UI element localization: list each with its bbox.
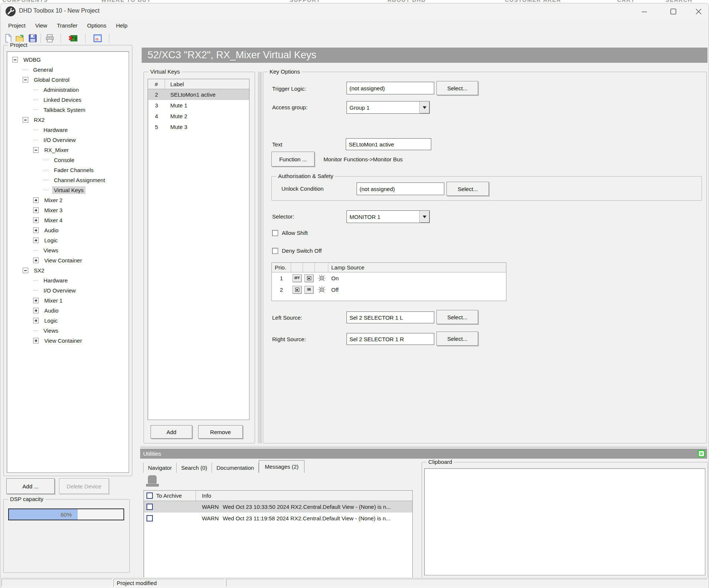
tree-item[interactable]: Views xyxy=(7,245,129,255)
menu-item-options[interactable]: Options xyxy=(82,21,111,30)
tab-navigator[interactable]: Navigator xyxy=(143,463,177,473)
function-button[interactable]: Function ... xyxy=(271,152,315,167)
menu-item-help[interactable]: Help xyxy=(111,21,132,30)
virtual-key-add-button[interactable]: Add xyxy=(151,425,192,439)
dropdown-arrow-icon[interactable] xyxy=(419,211,429,223)
expand-icon[interactable] xyxy=(33,318,39,323)
tree-item[interactable]: Logic xyxy=(7,316,129,326)
tree-item[interactable]: Linked Devices xyxy=(7,95,129,105)
to-archive-header-checkbox[interactable] xyxy=(146,492,153,499)
tree-item[interactable]: General xyxy=(7,65,129,75)
selector-dropdown[interactable]: MONITOR 1 xyxy=(347,210,430,223)
tree-item[interactable]: Virtual Keys xyxy=(7,185,129,195)
clipboard-content[interactable] xyxy=(424,468,705,575)
horizontal-splitter[interactable] xyxy=(140,445,707,448)
message-row[interactable]: WARNWed Oct 23 10:33:50 2024 RX2.Central… xyxy=(144,501,412,513)
unlock-condition-field[interactable] xyxy=(357,182,444,195)
text-input[interactable] xyxy=(346,138,431,150)
archive-icon[interactable] xyxy=(146,475,159,487)
virtual-key-row[interactable]: 5Mute 3 xyxy=(148,122,249,132)
message-archive-checkbox[interactable] xyxy=(146,504,153,510)
tree-item[interactable]: Hardware xyxy=(7,125,129,135)
menu-item-transfer[interactable]: Transfer xyxy=(52,21,82,30)
unlock-condition-select-button[interactable]: Select... xyxy=(447,182,489,196)
tree-item[interactable]: Talkback System xyxy=(7,105,129,115)
lamp-table-row[interactable]: 2ONOff xyxy=(272,284,506,295)
expand-icon[interactable] xyxy=(33,298,39,303)
print-icon[interactable] xyxy=(44,33,55,44)
add-device-button[interactable]: Add ... xyxy=(6,478,55,494)
tree-item[interactable]: View Container xyxy=(7,336,129,346)
minimize-button[interactable] xyxy=(639,7,650,16)
tree-item[interactable]: Audio xyxy=(7,225,129,235)
tab-documentation[interactable]: Documentation xyxy=(212,463,259,473)
virtual-key-row[interactable]: 2SELtoMon1 active xyxy=(148,89,249,100)
expand-icon[interactable] xyxy=(33,207,39,213)
lamp-table-row[interactable]: 1OFFOn xyxy=(272,272,506,284)
lamp-source-table[interactable]: Prio.Lamp Source 1OFFOn2ONOff xyxy=(271,262,506,301)
messages-table[interactable]: To Archive Info WARNWed Oct 23 10:33:50 … xyxy=(144,490,413,578)
collapse-icon[interactable] xyxy=(23,77,28,83)
left-source-select-button[interactable]: Select... xyxy=(436,310,478,324)
tree-item[interactable]: RX2 xyxy=(7,115,129,125)
tree-item[interactable]: Views xyxy=(7,326,129,336)
tree-item[interactable]: Administration xyxy=(7,85,129,95)
options-window-icon[interactable] xyxy=(92,33,103,44)
vertical-splitter[interactable] xyxy=(257,72,261,443)
trigger-logic-select-button[interactable]: Select... xyxy=(436,81,478,95)
project-tree[interactable]: WDBGGeneralGlobal ControlAdministrationL… xyxy=(7,51,129,473)
virtual-key-row[interactable]: 4Mute 2 xyxy=(148,111,249,122)
message-row[interactable]: WARNWed Oct 23 11:19:58 2024 RX2.Central… xyxy=(144,513,412,524)
tree-item[interactable]: Global Control xyxy=(7,75,129,85)
collapse-icon[interactable] xyxy=(23,117,28,123)
tree-item[interactable]: Mixer 2 xyxy=(7,195,129,205)
lamp-off-button[interactable]: OFF xyxy=(293,274,302,282)
trigger-logic-field[interactable] xyxy=(347,82,434,94)
left-source-field[interactable] xyxy=(347,311,434,323)
virtual-keys-list[interactable]: # Label 2SELtoMon1 active3Mute 14Mute 25… xyxy=(148,79,249,420)
expand-icon[interactable] xyxy=(33,258,39,263)
deny-switch-off-checkbox[interactable] xyxy=(272,248,278,254)
close-button[interactable] xyxy=(693,7,704,16)
expand-icon[interactable] xyxy=(33,227,39,233)
right-source-select-button[interactable]: Select... xyxy=(436,332,478,346)
tree-item[interactable]: Console xyxy=(7,155,129,165)
tree-item[interactable]: View Container xyxy=(7,255,129,265)
tree-item[interactable]: SX2 xyxy=(7,265,129,275)
expand-icon[interactable] xyxy=(33,308,39,313)
collapse-icon[interactable] xyxy=(23,268,28,273)
tree-item[interactable]: Fader Channels xyxy=(7,165,129,175)
access-group-dropdown[interactable]: Group 1 xyxy=(347,101,430,114)
restore-panel-icon[interactable] xyxy=(697,450,705,458)
expand-icon[interactable] xyxy=(33,217,39,223)
tree-item[interactable]: Logic xyxy=(7,235,129,245)
expand-icon[interactable] xyxy=(33,338,39,343)
virtual-key-row[interactable]: 3Mute 1 xyxy=(148,100,249,111)
tree-item[interactable]: Channel Assignment xyxy=(7,175,129,185)
tree-item[interactable]: RX_Mixer xyxy=(7,145,129,155)
lamp-state-button[interactable] xyxy=(304,274,313,282)
allow-shift-checkbox[interactable] xyxy=(272,230,278,236)
maximize-button[interactable] xyxy=(668,7,679,16)
collapse-icon[interactable] xyxy=(12,57,18,62)
lamp-state-button[interactable] xyxy=(293,286,302,294)
tree-item[interactable]: I/O Overview xyxy=(7,285,129,295)
tree-item[interactable]: I/O Overview xyxy=(7,135,129,145)
message-archive-checkbox[interactable] xyxy=(146,515,153,521)
lamp-on-button[interactable]: ON xyxy=(304,286,313,294)
right-source-field[interactable] xyxy=(347,333,434,345)
tree-item[interactable]: WDBG xyxy=(7,55,129,65)
menu-item-project[interactable]: Project xyxy=(3,21,30,30)
tree-item[interactable]: Mixer 4 xyxy=(7,215,129,225)
menu-item-view[interactable]: View xyxy=(30,21,52,30)
dropdown-arrow-icon[interactable] xyxy=(419,101,429,113)
tree-item[interactable]: Hardware xyxy=(7,275,129,285)
tree-item[interactable]: Audio xyxy=(7,306,129,316)
virtual-key-remove-button[interactable]: Remove xyxy=(198,425,243,439)
tree-item[interactable]: Mixer 3 xyxy=(7,205,129,215)
tree-item[interactable]: Mixer 1 xyxy=(7,295,129,306)
tab-search-0[interactable]: Search (0) xyxy=(177,463,212,473)
expand-icon[interactable] xyxy=(33,238,39,243)
collapse-icon[interactable] xyxy=(33,147,39,153)
expand-icon[interactable] xyxy=(33,197,39,203)
